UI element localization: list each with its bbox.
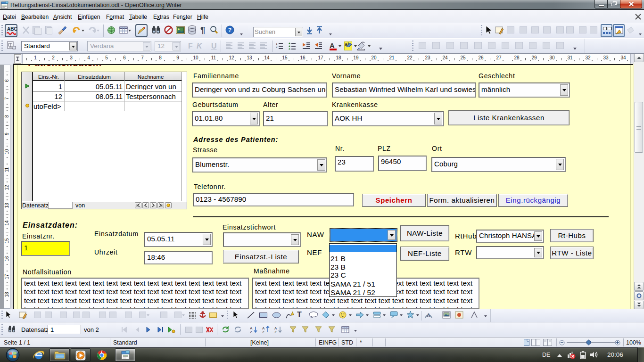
svg-text:Z: Z [262, 330, 264, 333]
svg-text:2: 2 [276, 45, 278, 48]
svg-text:A: A [427, 313, 430, 318]
svg-text:Z: Z [250, 330, 252, 333]
svg-text:Z: Z [274, 330, 277, 333]
svg-text:?: ? [228, 27, 231, 33]
